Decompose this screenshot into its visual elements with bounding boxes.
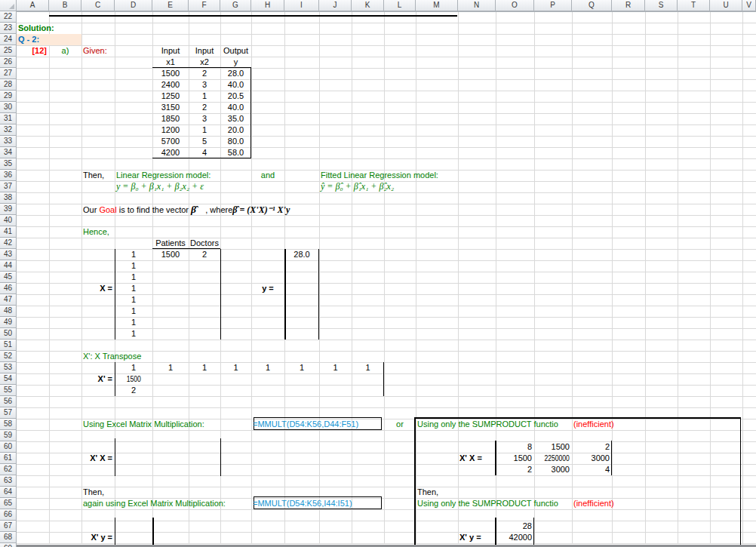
row-header-61[interactable]: 61	[0, 453, 17, 464]
row-header-63[interactable]: 63	[0, 475, 17, 487]
row-header-36[interactable]: 36	[0, 170, 17, 181]
cell-I53[interactable]: 1	[284, 362, 319, 373]
cell-Q58[interactable]: (inefficient)	[572, 419, 614, 430]
row-header-65[interactable]: 65	[0, 498, 17, 509]
row-header-39[interactable]: 39	[0, 204, 17, 215]
cell-C39[interactable]: Our Goal is to find the vector β̂ , wher…	[81, 204, 290, 215]
cell-D37[interactable]: y = β₀ + β₁x₁ + β₂x₂ + ε	[115, 181, 204, 192]
cell-E26[interactable]: x1	[152, 57, 189, 68]
row-header-47[interactable]: 47	[0, 294, 17, 306]
cell-Q65[interactable]: (inefficient)	[572, 498, 614, 509]
cell-C46[interactable]: X =	[81, 283, 115, 294]
cell-C68[interactable]: X' y =	[81, 532, 115, 543]
cell-E27[interactable]: 1500	[152, 68, 189, 79]
cell-H58[interactable]: =MMULT(D54:K56,D44:F51)	[251, 419, 358, 430]
cell-G32[interactable]: 20.0	[220, 124, 251, 136]
column-header-I[interactable]: I	[284, 0, 319, 11]
row-header-43[interactable]: 43	[0, 249, 17, 260]
cell-E53[interactable]: 1	[152, 362, 189, 373]
cell-D49[interactable]: 1	[115, 317, 152, 328]
row-header-23[interactable]: 23	[0, 23, 17, 34]
cell-F30[interactable]: 2	[189, 102, 220, 113]
cell-K53[interactable]: 1	[352, 362, 384, 373]
column-header-Q[interactable]: Q	[572, 0, 612, 11]
row-header-50[interactable]: 50	[0, 328, 17, 340]
cell-E30[interactable]: 3150	[152, 102, 189, 113]
cell-O67[interactable]: 28	[496, 521, 534, 532]
cell-G33[interactable]: 80.0	[220, 136, 251, 147]
cell-A25[interactable]: [12]	[17, 45, 49, 57]
cell-P62[interactable]: 3000	[534, 464, 572, 475]
cell-C54[interactable]: X' =	[81, 373, 115, 385]
cell-F29[interactable]: 1	[189, 91, 220, 102]
row-header-66[interactable]: 66	[0, 509, 17, 521]
row-header-22[interactable]: 22	[0, 11, 17, 23]
row-header-32[interactable]: 32	[0, 124, 17, 136]
cell-H53[interactable]: 1	[251, 362, 284, 373]
cell-F34[interactable]: 4	[189, 147, 220, 158]
column-header-G[interactable]: G	[220, 0, 251, 11]
row-header-41[interactable]: 41	[0, 226, 17, 238]
cell-M64[interactable]: Then,	[416, 487, 438, 498]
cell-D54[interactable]: 1500	[115, 373, 152, 385]
cell-G30[interactable]: 40.0	[220, 102, 251, 113]
row-header-38[interactable]: 38	[0, 192, 17, 204]
cell-E25[interactable]: Input	[152, 45, 189, 57]
column-header-T[interactable]: T	[678, 0, 710, 11]
cell-E33[interactable]: 5700	[152, 136, 189, 147]
cell-M58[interactable]: Using only the SUMPRODUCT functio	[416, 419, 570, 430]
cell-H65[interactable]: =MMULT(D54:K56,I44:I51)	[251, 498, 352, 509]
column-header-N[interactable]: N	[458, 0, 496, 11]
row-header-44[interactable]: 44	[0, 260, 17, 272]
row-header-52[interactable]: 52	[0, 351, 17, 362]
cell-D50[interactable]: 1	[115, 328, 152, 340]
row-header-62[interactable]: 62	[0, 464, 17, 475]
cell-F42[interactable]: Doctors	[189, 238, 220, 249]
cell-G29[interactable]: 20.5	[220, 91, 251, 102]
column-header-H[interactable]: H	[251, 0, 284, 11]
cell-E34[interactable]: 4200	[152, 147, 189, 158]
column-header-K[interactable]: K	[352, 0, 384, 11]
cell-C58[interactable]: Using Excel Matrix Multiplication:	[81, 419, 204, 430]
cell-M65[interactable]: Using only the SUMPRODUCT functio	[416, 498, 570, 509]
row-header-37[interactable]: 37	[0, 181, 17, 192]
row-header-49[interactable]: 49	[0, 317, 17, 328]
row-header-57[interactable]: 57	[0, 407, 17, 419]
row-header-25[interactable]: 25	[0, 45, 17, 57]
cell-D53[interactable]: 1	[115, 362, 152, 373]
row-header-29[interactable]: 29	[0, 91, 17, 102]
row-header-27[interactable]: 27	[0, 68, 17, 79]
cell-C65[interactable]: again using Excel Matrix Multiplication:	[81, 498, 226, 509]
cell-B25[interactable]: a)	[49, 45, 81, 57]
row-header-55[interactable]: 55	[0, 385, 17, 396]
row-header-59[interactable]: 59	[0, 430, 17, 441]
cell-E42[interactable]: Patients	[152, 238, 189, 249]
cell-F53[interactable]: 1	[189, 362, 220, 373]
cell-J36[interactable]: Fitted Linear Regression model:	[319, 170, 438, 181]
cell-D45[interactable]: 1	[115, 272, 152, 283]
cell-G53[interactable]: 1	[220, 362, 251, 373]
row-header-58[interactable]: 58	[0, 419, 17, 430]
row-header-69[interactable]: 69	[0, 543, 17, 547]
row-header-67[interactable]: 67	[0, 521, 17, 532]
cell-Q62[interactable]: 4	[572, 464, 612, 475]
cell-O68[interactable]: 42000	[496, 532, 534, 543]
cell-E43[interactable]: 1500	[152, 249, 189, 260]
select-all-corner[interactable]	[0, 0, 17, 11]
column-header-C[interactable]: C	[81, 0, 115, 11]
row-header-56[interactable]: 56	[0, 396, 17, 407]
cell-N68[interactable]: X' y =	[458, 532, 481, 543]
column-header-S[interactable]: S	[645, 0, 678, 11]
cell-F33[interactable]: 5	[189, 136, 220, 147]
cell-F43[interactable]: 2	[189, 249, 220, 260]
cell-J53[interactable]: 1	[319, 362, 352, 373]
column-header-P[interactable]: P	[534, 0, 572, 11]
cell-D36[interactable]: Linear Regression model:	[115, 170, 211, 181]
cell-G25[interactable]: Output	[220, 45, 251, 57]
row-header-53[interactable]: 53	[0, 362, 17, 373]
row-header-35[interactable]: 35	[0, 158, 17, 170]
cell-F26[interactable]: x2	[189, 57, 220, 68]
cell-D55[interactable]: 2	[115, 385, 152, 396]
cell-Q60[interactable]: 2	[572, 441, 612, 453]
cell-L58[interactable]: or	[384, 419, 416, 430]
